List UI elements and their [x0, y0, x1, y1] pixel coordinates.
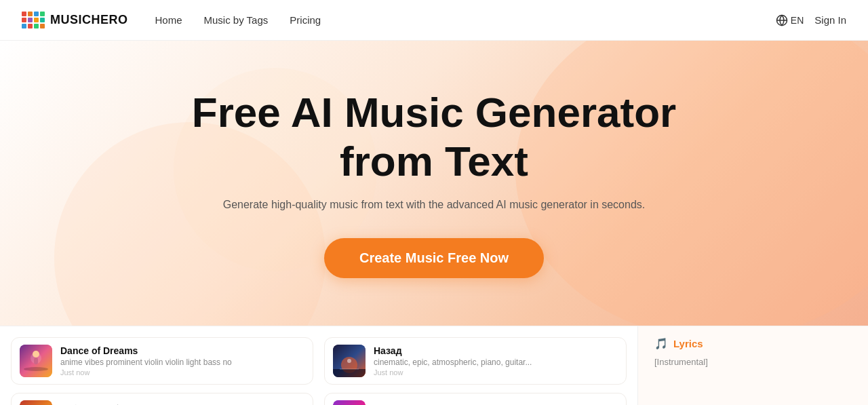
card-thumbnail — [20, 400, 52, 405]
lyrics-panel: 🎵 Lyrics [Instrumental] — [637, 326, 868, 405]
list-item[interactable]: Electric Whispers 140bpm hypnotic raw te… — [324, 393, 627, 405]
lang-label: EN — [791, 15, 804, 26]
card-info: Назад cinematic, epic, atmospheric, pian… — [374, 345, 618, 377]
hero-content: Free AI Music Generator from Text Genera… — [192, 88, 676, 278]
svg-point-3 — [24, 367, 48, 371]
lyrics-header: 🎵 Lyrics — [654, 337, 852, 350]
logo[interactable]: MUSICHERO — [22, 12, 128, 28]
globe-icon — [776, 14, 788, 26]
language-selector[interactable]: EN — [776, 14, 804, 26]
nav-links: Home Music by Tags Pricing — [155, 14, 776, 26]
svg-point-15 — [347, 359, 351, 363]
logo-dot — [22, 12, 26, 16]
nazad-thumb-art — [333, 345, 366, 377]
card-info: Dance of Dreams anime vibes prominent vi… — [60, 345, 304, 377]
svg-rect-16 — [333, 400, 366, 405]
hero-title: Free AI Music Generator from Text — [192, 88, 676, 185]
music-note-icon: 🎵 — [654, 337, 668, 350]
card-thumbnail — [20, 345, 52, 377]
logo-dot — [28, 18, 33, 22]
logo-dot — [34, 24, 39, 28]
hero-section: Free AI Music Generator from Text Genera… — [0, 41, 868, 326]
logo-dot — [22, 24, 26, 28]
cards-left-column: Dance of Dreams anime vibes prominent vi… — [0, 326, 324, 405]
logo-dot — [40, 18, 45, 22]
logo-dot — [22, 18, 26, 22]
cards-section: Dance of Dreams anime vibes prominent vi… — [0, 326, 868, 405]
card-tags: anime vibes prominent violin violin ligh… — [60, 358, 304, 367]
logo-dot — [34, 12, 39, 16]
card-title: Dance of Dreams — [60, 345, 304, 356]
nav-pricing[interactable]: Pricing — [290, 14, 321, 26]
logo-dot — [40, 12, 45, 16]
dance-thumb-art — [20, 345, 52, 377]
card-thumbnail — [333, 345, 366, 377]
sapno-thumb-art — [20, 400, 52, 405]
brand-name: MUSICHERO — [50, 13, 128, 27]
svg-point-5 — [33, 351, 39, 358]
logo-dot — [28, 12, 33, 16]
electric-thumb-art — [333, 400, 366, 405]
nav-right: EN Sign In — [776, 14, 846, 26]
card-tags: cinematic, epic, atmospheric, piano, gui… — [374, 358, 618, 367]
navbar: MUSICHERO Home Music by Tags Pricing EN … — [0, 0, 868, 41]
card-time: Just now — [60, 368, 304, 377]
nav-music-by-tags[interactable]: Music by Tags — [204, 14, 269, 26]
list-item[interactable]: सपनों की रंगीनियाँ melodic pop dreamy — [11, 393, 313, 405]
hero-subtitle: Generate high-quality music from text wi… — [192, 199, 676, 211]
lyrics-content: [Instrumental] — [654, 357, 852, 367]
list-item[interactable]: Dance of Dreams anime vibes prominent vi… — [11, 337, 313, 385]
cards-right-column: Назад cinematic, epic, atmospheric, pian… — [324, 326, 637, 405]
card-thumbnail — [333, 400, 366, 405]
nav-home[interactable]: Home — [155, 14, 182, 26]
card-time: Just now — [374, 368, 618, 377]
svg-rect-6 — [34, 358, 38, 364]
logo-dot — [40, 24, 45, 28]
logo-dot — [34, 18, 39, 22]
cta-button[interactable]: Create Music Free Now — [324, 238, 544, 278]
lyrics-title: Lyrics — [673, 338, 703, 349]
svg-rect-7 — [20, 400, 52, 405]
svg-rect-13 — [333, 369, 366, 377]
list-item[interactable]: Назад cinematic, epic, atmospheric, pian… — [324, 337, 627, 385]
sign-in-button[interactable]: Sign In — [814, 14, 846, 26]
logo-icon — [22, 12, 45, 28]
card-title: Назад — [374, 345, 618, 356]
logo-dot — [28, 24, 33, 28]
